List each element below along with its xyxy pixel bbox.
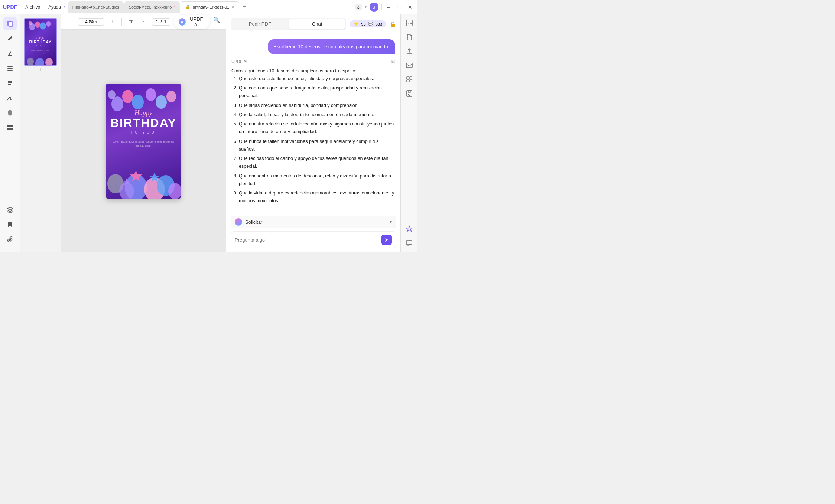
sidebar-icon-bookmark[interactable]	[3, 218, 17, 231]
svg-rect-3	[7, 66, 13, 67]
page-separator: /	[160, 19, 162, 24]
solicitar-arrow-icon: ▾	[390, 219, 392, 225]
svg-point-25	[108, 90, 116, 99]
ai-response-text: Claro, aquí tienes 10 deseos de cumpleañ…	[231, 67, 395, 207]
sidebar-icon-tools[interactable]	[3, 121, 17, 134]
svg-point-20	[122, 90, 133, 103]
tab-chat[interactable]: Chat	[289, 19, 345, 29]
zoom-value: 40%	[85, 19, 94, 24]
close-btn[interactable]: ✕	[406, 3, 415, 11]
modified-indicator: *	[174, 5, 175, 9]
wish-4: Que la salud, la paz y la alegría te aco…	[239, 111, 395, 119]
current-page: 1	[156, 19, 159, 24]
svg-marker-18	[180, 20, 184, 24]
sidebar-icon-layers[interactable]	[3, 203, 17, 216]
svg-point-21	[132, 95, 144, 109]
zoom-out-btn[interactable]: −	[65, 17, 75, 27]
user-message-row: Escríbeme 10 deseos de cumpleaños para m…	[231, 39, 395, 54]
sidebar-icon-protect[interactable]	[3, 106, 17, 120]
menu-ayuda[interactable]: Ayuda	[45, 3, 64, 11]
sidebar-icon-organize[interactable]	[3, 62, 17, 75]
svg-point-22	[146, 88, 156, 101]
svg-rect-6	[7, 125, 10, 127]
toolbar: − 40% ▾ + ⇈ ↑ 1 / 1 UPDF AI �	[61, 14, 226, 30]
maximize-btn[interactable]: □	[395, 3, 403, 11]
sidebar-icon-attachment[interactable]	[3, 233, 17, 246]
thumbnail-page-1[interactable]: Happy BIRTHDAY TO YOU Lorem ipsum dolor …	[24, 18, 57, 72]
separator	[121, 18, 122, 26]
ai-panel-header: Pedir PDF Chat ⭐ 95 💬 833 🔒	[226, 14, 400, 34]
tab-close-btn[interactable]: ✕	[231, 5, 234, 9]
wishes-list: Que este día esté lleno de amor, felicid…	[231, 75, 395, 205]
tab-birthday[interactable]: 🔒 birthday-...r-boss-01 ✕	[181, 1, 239, 13]
svg-point-13	[46, 21, 51, 27]
minimize-btn[interactable]: –	[385, 3, 392, 11]
app-logo: UPDF	[3, 4, 17, 10]
sidebar-icon-annotate[interactable]	[3, 47, 17, 60]
svg-rect-2	[8, 55, 12, 56]
right-chat-btn[interactable]	[403, 237, 415, 249]
tab-ask-pdf[interactable]: Pedir PDF	[232, 19, 288, 29]
card-lorem: Lorem ipsum dolor sit amet, consecte- tu…	[110, 140, 176, 148]
user-avatar[interactable]: U	[370, 3, 378, 12]
wish-9: Que la vida te depare experiencias memor…	[239, 189, 395, 205]
tab-find[interactable]: Find-and-Ap...her-Studies	[68, 1, 124, 13]
tab-social[interactable]: Social-Medi...ne-x-kurio *	[124, 1, 180, 13]
thumbnail-panel: Happy BIRTHDAY TO YOU Lorem ipsum dolor …	[20, 14, 61, 252]
search-btn[interactable]: 🔍	[212, 15, 221, 25]
lock-icon[interactable]: 🔒	[390, 21, 396, 27]
svg-rect-39	[410, 77, 412, 79]
sidebar-icon-edit[interactable]	[3, 32, 17, 45]
zoom-in-btn[interactable]: +	[107, 17, 117, 27]
svg-point-14	[28, 21, 32, 25]
page-prev-btn[interactable]: ↑	[139, 17, 149, 27]
svg-point-44	[408, 94, 410, 96]
chat-input[interactable]	[235, 237, 378, 243]
svg-marker-45	[406, 226, 412, 232]
svg-rect-9	[10, 128, 13, 130]
chat-area[interactable]: Escríbeme 10 deseos de cumpleaños para m…	[226, 34, 400, 212]
sidebar-icon-sign[interactable]	[3, 91, 17, 105]
wish-5: Que nuestra relación se fortalezca aún m…	[239, 120, 395, 136]
send-button[interactable]: ➤	[381, 235, 392, 245]
credits-value: 95	[361, 22, 365, 26]
total-pages: 1	[164, 19, 167, 24]
tab-label: Social-Medi...ne-x-kurio	[129, 5, 172, 9]
right-doc-btn[interactable]	[403, 31, 415, 43]
wish-2: Que cada año que pase te traiga más éxit…	[239, 84, 395, 100]
page-first-btn[interactable]: ⇈	[126, 17, 136, 27]
sidebar-icon-form[interactable]	[3, 76, 17, 90]
right-save-btn[interactable]	[403, 88, 415, 99]
right-email-btn[interactable]	[403, 59, 415, 71]
solicitar-dropdown[interactable]: Solicitar ▾	[231, 216, 396, 228]
new-tab-btn[interactable]: +	[240, 3, 248, 11]
toolbar-right: UPDF AI 🔍	[173, 15, 221, 29]
ai-response-header: UPDF AI ⧉	[231, 59, 395, 65]
tab-lock-icon: 🔒	[185, 4, 191, 9]
card-birthday-title: BIRTHDAY	[110, 117, 176, 129]
zoom-arrow-icon: ▾	[95, 20, 97, 24]
window-controls: 3 ▾ U – □ ✕	[355, 3, 415, 12]
copy-button[interactable]: ⧉	[391, 59, 395, 65]
ai-response: UPDF AI ⧉ Claro, aquí tienes 10 deseos d…	[231, 59, 395, 207]
updf-ai-btn[interactable]: UPDF AI	[173, 15, 210, 29]
svg-point-24	[166, 91, 176, 102]
right-ai-star-btn[interactable]	[403, 223, 415, 235]
ai-intro: Claro, aquí tienes 10 deseos de cumpleañ…	[231, 68, 357, 73]
thumbnail-page-number: 1	[39, 68, 41, 72]
sidebar-icon-reader[interactable]	[3, 17, 17, 30]
ai-response-label: UPDF AI	[231, 59, 247, 64]
ai-btn-label: UPDF AI	[188, 16, 205, 27]
tab-count[interactable]: 3	[355, 4, 362, 10]
right-compress-btn[interactable]	[403, 73, 415, 85]
tab-label: Find-and-Ap...her-Studies	[72, 5, 119, 9]
zoom-display[interactable]: 40% ▾	[78, 18, 104, 26]
messages-icon: 💬	[368, 22, 373, 26]
svg-rect-4	[7, 68, 13, 69]
menu-archivo[interactable]: Archivo	[22, 3, 43, 11]
svg-rect-5	[7, 70, 13, 71]
wish-3: Que sigas creciendo en sabiduría, bondad…	[239, 102, 395, 109]
right-ocr-btn[interactable]: OCR	[403, 17, 415, 29]
pdf-page: Happy BIRTHDAY TO YOU Lorem ipsum dolor …	[106, 84, 181, 199]
right-upload-btn[interactable]	[403, 45, 415, 57]
